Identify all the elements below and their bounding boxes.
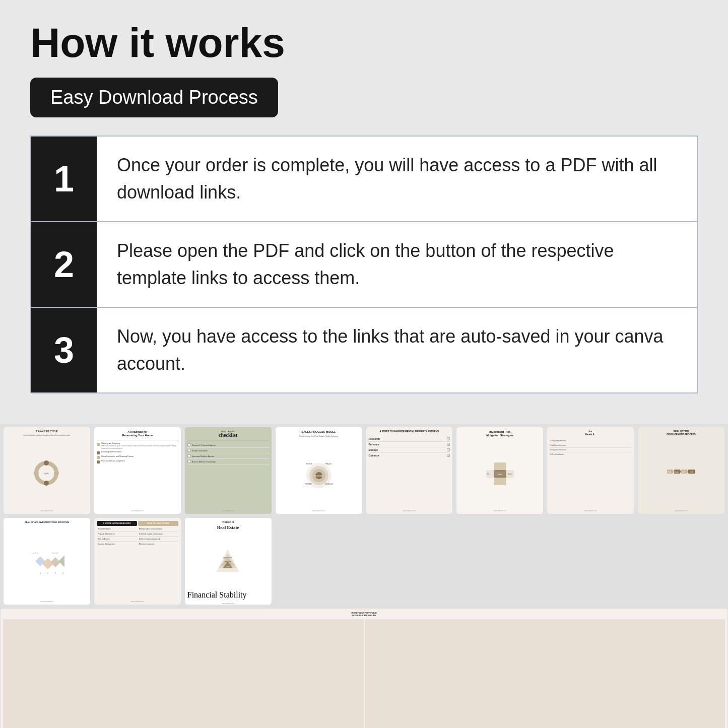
svg-text:Sell: Sell xyxy=(691,471,693,473)
top-section: How it works Easy Download Process 1 Onc… xyxy=(0,0,728,409)
svg-text:Opportunistic: Opportunistic xyxy=(223,557,232,559)
svg-point-2 xyxy=(54,471,59,476)
thumb-sales-process[interactable]: SALES PROCESS MODEL Streamlining the Rea… xyxy=(275,427,363,514)
thumb-investment-risk[interactable]: Investment RiskMitigation Strategies Ris… xyxy=(456,427,544,514)
thumb-issues-solutions[interactable]: IF YOU'RE HAVING ISSUES WITH THEN YOU MU… xyxy=(94,517,181,605)
thumbnails-section: T ANALYSIS CYCLE Informed decision makin… xyxy=(0,424,728,728)
thumb-analysis-cycle[interactable]: T ANALYSIS CYCLE Informed decision makin… xyxy=(3,427,91,514)
steps-container: 1 Once your order is complete, you will … xyxy=(30,136,698,393)
page-title: How it works xyxy=(30,20,698,65)
svg-text:High-Risk: High-Risk xyxy=(52,552,59,554)
svg-text:REVIEW: REVIEW xyxy=(306,463,312,465)
svg-text:FINALIZE: FINALIZE xyxy=(325,463,332,465)
svg-marker-26 xyxy=(679,469,681,474)
svg-text:Cycle: Cycle xyxy=(44,472,49,475)
thumb-pyramid-real-estate[interactable]: PYRAMID OF Real Estate Core Value Add Op… xyxy=(184,517,272,605)
step-row-2: 2 Please open the PDF and click on the b… xyxy=(30,222,698,307)
svg-text:SCHEDULE: SCHEDULE xyxy=(325,483,333,485)
thumb-portfolio-diversification[interactable]: INVESTMENT PORTFOLIODIVERSIFICATION PLAN… xyxy=(0,608,728,728)
svg-rect-37 xyxy=(58,555,64,567)
step-number-3: 3 xyxy=(31,308,97,392)
thumb-roadmap-renovating[interactable]: A Roadmap forRenovating Your Home Planni… xyxy=(94,427,181,514)
thumb-development-process[interactable]: REAL ESTATEDEVELOPMENT PROCESS Plan xyxy=(637,427,725,514)
step-row-3: 3 Now, you have access to the links that… xyxy=(30,307,698,393)
thumb-risk-spectrum[interactable]: REAL ESTATE INVESTMENT RISK SPECTRUM 1 2… xyxy=(3,517,91,605)
step-row-1: 1 Once your order is complete, you will … xyxy=(30,136,698,222)
step-text-3: Now, you have access to the links that a… xyxy=(97,308,697,392)
svg-text:Low Risk: Low Risk xyxy=(32,552,38,554)
svg-point-4 xyxy=(34,471,39,476)
thumbnail-grid: T ANALYSIS CYCLE Informed decision makin… xyxy=(0,424,728,608)
svg-marker-28 xyxy=(686,469,688,474)
step-number-2: 2 xyxy=(31,222,97,307)
step-number-1: 1 xyxy=(31,137,97,221)
svg-rect-35 xyxy=(42,558,54,569)
svg-text:2: 2 xyxy=(47,572,48,574)
svg-rect-36 xyxy=(50,557,60,567)
svg-text:Plan: Plan xyxy=(668,471,671,473)
svg-point-3 xyxy=(44,481,49,486)
step-text-1: Once your order is complete, you will ha… xyxy=(97,137,697,221)
svg-text:NEGOTIATE: NEGOTIATE xyxy=(314,475,323,477)
download-badge: Easy Download Process xyxy=(30,78,278,117)
thumb-market-analysis[interactable]: Inv.Market A... Comparative Market... Re… xyxy=(547,427,634,514)
thumb-rental-returns[interactable]: 4 STEPS TO MAXIMIZE RENTAL PROPERTY RETU… xyxy=(366,427,453,514)
svg-text:1: 1 xyxy=(40,572,41,574)
svg-text:Active: Active xyxy=(508,473,512,475)
svg-point-1 xyxy=(44,460,49,466)
svg-text:Build: Build xyxy=(682,471,686,473)
svg-text:Value Add: Value Add xyxy=(224,561,231,563)
svg-text:4: 4 xyxy=(62,572,63,574)
svg-text:Core: Core xyxy=(226,566,230,568)
svg-text:Risk: Risk xyxy=(498,473,502,476)
step-text-2: Please open the PDF and click on the but… xyxy=(97,222,697,307)
page-container: How it works Easy Download Process 1 Onc… xyxy=(0,0,728,728)
svg-text:PREPARE: PREPARE xyxy=(305,483,312,485)
svg-text:Design: Design xyxy=(674,471,679,473)
thumb-checklist[interactable]: RIGHT AGENT checklist Research Potential… xyxy=(184,427,272,514)
svg-text:Div.: Div. xyxy=(487,473,489,475)
svg-text:3: 3 xyxy=(55,572,56,574)
